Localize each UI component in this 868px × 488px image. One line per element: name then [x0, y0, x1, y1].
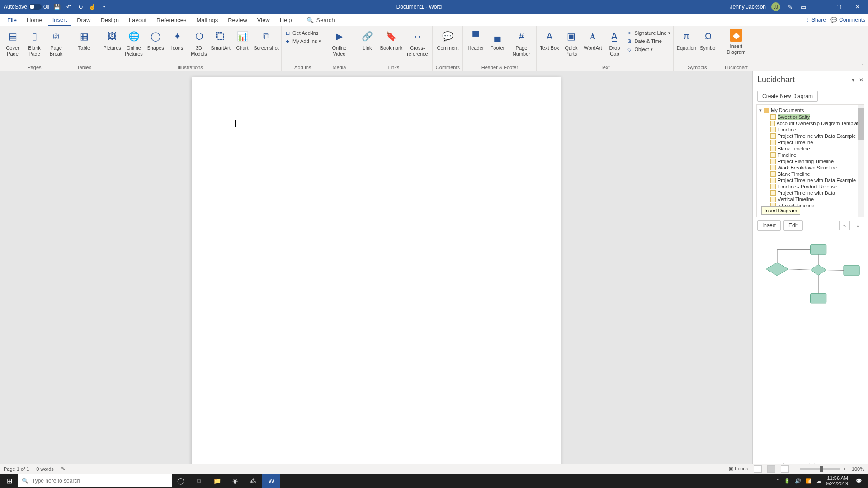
- chrome-icon[interactable]: ◉: [226, 474, 244, 488]
- slack-icon[interactable]: ⁂: [244, 474, 262, 488]
- tree-item[interactable]: Blank Timeline: [758, 145, 863, 152]
- touch-mode-icon[interactable]: ☝: [88, 3, 96, 11]
- repeat-icon[interactable]: ↻: [76, 3, 85, 11]
- comment-button[interactable]: 💬Comment: [435, 28, 460, 51]
- word-count[interactable]: 0 words: [36, 466, 54, 472]
- tab-view[interactable]: View: [253, 15, 274, 25]
- tab-home[interactable]: Home: [22, 15, 47, 25]
- read-mode-icon[interactable]: [754, 465, 762, 473]
- minimize-button[interactable]: —: [813, 2, 826, 11]
- task-view-icon[interactable]: ⧉: [190, 474, 208, 488]
- tab-insert[interactable]: Insert: [48, 14, 72, 26]
- document-canvas[interactable]: [0, 71, 752, 478]
- signature-line-button[interactable]: ✒Signature Line▾: [626, 30, 670, 36]
- page-number-button[interactable]: #Page Number: [509, 28, 533, 56]
- equation-button[interactable]: πEquation: [676, 28, 696, 51]
- zoom-out-icon[interactable]: −: [794, 466, 797, 472]
- coming-soon-icon[interactable]: ✎: [786, 3, 794, 11]
- screenshot-button[interactable]: ⧉Screenshot: [254, 28, 278, 51]
- tab-help[interactable]: Help: [275, 15, 297, 25]
- date-time-button[interactable]: 🗓Date & Time: [626, 38, 670, 44]
- zoom-in-icon[interactable]: +: [843, 466, 846, 472]
- toggle-switch[interactable]: [29, 4, 42, 10]
- scrollbar-thumb[interactable]: [858, 108, 864, 140]
- panel-options-icon[interactable]: ▾: [852, 77, 854, 83]
- symbol-button[interactable]: ΩSymbol: [698, 28, 718, 51]
- tab-layout[interactable]: Layout: [124, 15, 151, 25]
- online-pictures-button[interactable]: 🌐Online Pictures: [124, 28, 144, 56]
- volume-icon[interactable]: 🔊: [795, 478, 801, 484]
- autosave-toggle[interactable]: AutoSave Off: [4, 4, 49, 10]
- chart-button[interactable]: 📊Chart: [232, 28, 252, 51]
- tree-item[interactable]: Timeline: [758, 127, 863, 133]
- close-button[interactable]: ✕: [851, 2, 864, 11]
- tree-item[interactable]: Account Ownership Diagram Template: [758, 120, 863, 127]
- tray-chevron-icon[interactable]: ˄: [777, 478, 779, 484]
- get-addins-button[interactable]: ⊞Get Add-ins: [284, 30, 321, 36]
- ribbon-display-icon[interactable]: ▭: [799, 3, 807, 11]
- tree-item[interactable]: Sweet or Salty: [758, 114, 863, 120]
- tab-design[interactable]: Design: [96, 15, 123, 25]
- edit-button[interactable]: Edit: [783, 220, 803, 231]
- user-avatar[interactable]: JJ: [771, 2, 780, 11]
- comments-button[interactable]: 💬Comments: [830, 17, 865, 23]
- tree-item[interactable]: Blank Timeline: [758, 171, 863, 177]
- link-button[interactable]: 🔗Link: [357, 28, 377, 51]
- create-new-diagram-button[interactable]: Create New Diagram: [757, 91, 818, 102]
- spellcheck-icon[interactable]: ✎: [61, 466, 65, 472]
- taskbar-search[interactable]: 🔍 Type here to search: [18, 474, 172, 487]
- wifi-icon[interactable]: 📶: [806, 478, 812, 484]
- undo-icon[interactable]: ↶: [65, 3, 73, 11]
- blank-page-button[interactable]: ▯Blank Page: [24, 28, 44, 56]
- word-icon[interactable]: W: [262, 474, 280, 488]
- 3d-models-button[interactable]: ⬡3D Models: [189, 28, 209, 56]
- page-break-button[interactable]: ⎚Page Break: [46, 28, 66, 56]
- header-button[interactable]: ▀Header: [466, 28, 486, 51]
- tab-review[interactable]: Review: [223, 15, 252, 25]
- action-center-icon[interactable]: 💬: [853, 474, 865, 487]
- tab-draw[interactable]: Draw: [72, 15, 95, 25]
- textbox-button[interactable]: AText Box: [539, 28, 559, 51]
- tree-item[interactable]: Timeline - Product Release: [758, 183, 863, 190]
- tell-me-search[interactable]: 🔍 Search: [307, 17, 335, 23]
- dropcap-button[interactable]: A̲Drop Cap: [604, 28, 624, 56]
- print-layout-icon[interactable]: [767, 465, 775, 473]
- bookmark-button[interactable]: 🔖Bookmark: [379, 28, 403, 51]
- expand-icon[interactable]: ▾: [760, 108, 762, 113]
- zoom-level[interactable]: 100%: [852, 466, 864, 472]
- tree-item[interactable]: Project Timeline with Data Example: [758, 133, 863, 139]
- tree-item[interactable]: Project Timeline with Data Example: [758, 177, 863, 183]
- file-explorer-icon[interactable]: 📁: [208, 474, 226, 488]
- tree-item[interactable]: Project Planning Timeline: [758, 158, 863, 164]
- cross-reference-button[interactable]: ↔Cross-reference: [405, 28, 429, 56]
- table-button[interactable]: ▦Table: [72, 28, 96, 51]
- document-tree[interactable]: ▾ My Documents Sweet or SaltyAccount Own…: [756, 104, 864, 217]
- cover-page-button[interactable]: ▤Cover Page: [3, 28, 23, 56]
- zoom-track[interactable]: [800, 468, 840, 470]
- tab-references[interactable]: References: [152, 15, 191, 25]
- insert-button[interactable]: Insert: [757, 220, 781, 231]
- object-button[interactable]: ◇Object▾: [626, 46, 670, 52]
- share-button[interactable]: ⇪Share: [805, 17, 826, 23]
- start-button[interactable]: ⊞: [0, 474, 18, 488]
- tree-item[interactable]: Vertical Timeline: [758, 196, 863, 202]
- tab-mailings[interactable]: Mailings: [192, 15, 223, 25]
- focus-mode-button[interactable]: ▣ Focus: [729, 466, 748, 472]
- smartart-button[interactable]: ⿻SmartArt: [211, 28, 231, 51]
- qat-customize-icon[interactable]: ▾: [100, 3, 108, 11]
- icons-button[interactable]: ✦Icons: [167, 28, 187, 51]
- zoom-slider[interactable]: − +: [794, 466, 846, 472]
- page[interactable]: [192, 77, 561, 478]
- zoom-thumb[interactable]: [820, 466, 823, 472]
- prev-page-button[interactable]: «: [839, 221, 850, 230]
- maximize-button[interactable]: ▢: [832, 2, 845, 11]
- insert-diagram-button[interactable]: ◆Insert Diagram: [724, 28, 748, 55]
- online-video-button[interactable]: ▶Online Video: [327, 28, 351, 56]
- tree-root-folder[interactable]: ▾ My Documents: [758, 107, 863, 114]
- quick-parts-button[interactable]: ▣Quick Parts: [561, 28, 581, 56]
- wordart-button[interactable]: 𝐀WordArt: [583, 28, 603, 51]
- battery-icon[interactable]: 🔋: [784, 478, 790, 484]
- panel-close-icon[interactable]: ✕: [859, 77, 863, 83]
- tree-item[interactable]: Timeline: [758, 152, 863, 158]
- page-indicator[interactable]: Page 1 of 1: [4, 466, 29, 472]
